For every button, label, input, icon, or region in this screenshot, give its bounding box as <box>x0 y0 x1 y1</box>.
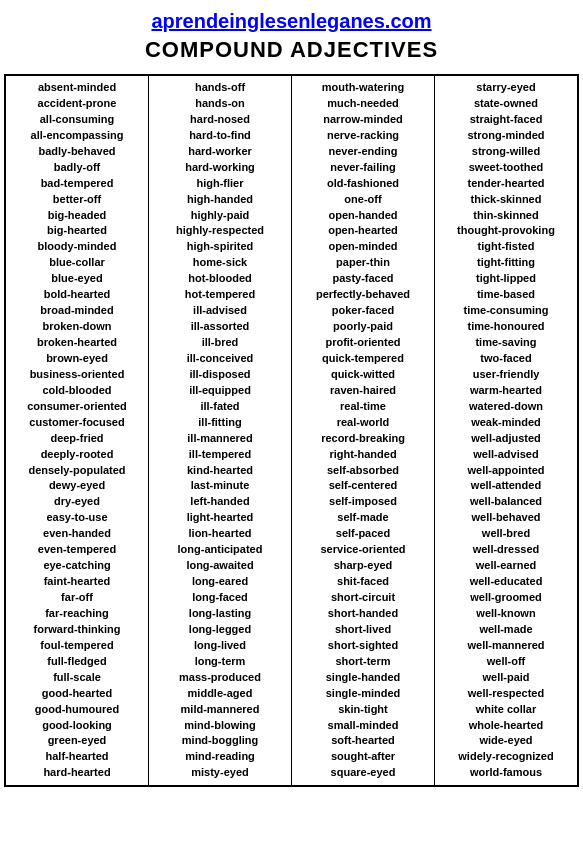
list-item: never-failing <box>294 160 432 176</box>
list-item: business-oriented <box>8 367 146 383</box>
list-item: absent-minded <box>8 80 146 96</box>
list-item: high-flier <box>151 176 289 192</box>
list-item: ill-tempered <box>151 447 289 463</box>
list-item: much-needed <box>294 96 432 112</box>
list-item: soft-hearted <box>294 733 432 749</box>
list-item: last-minute <box>151 478 289 494</box>
list-item: perfectly-behaved <box>294 287 432 303</box>
list-item: full-scale <box>8 670 146 686</box>
column-4: starry-eyedstate-ownedstraight-facedstro… <box>435 76 577 785</box>
list-item: good-looking <box>8 718 146 734</box>
list-item: raven-haired <box>294 383 432 399</box>
list-item: open-handed <box>294 208 432 224</box>
list-item: well-earned <box>437 558 575 574</box>
list-item: mouth-watering <box>294 80 432 96</box>
list-item: single-minded <box>294 686 432 702</box>
list-item: long-term <box>151 654 289 670</box>
list-item: strong-willed <box>437 144 575 160</box>
list-item: tender-hearted <box>437 176 575 192</box>
list-item: short-circuit <box>294 590 432 606</box>
column-1: absent-mindedaccident-proneall-consuming… <box>6 76 149 785</box>
list-item: two-faced <box>437 351 575 367</box>
list-item: user-friendly <box>437 367 575 383</box>
list-item: old-fashioned <box>294 176 432 192</box>
list-item: record-breaking <box>294 431 432 447</box>
list-item: faint-hearted <box>8 574 146 590</box>
list-item: well-off <box>437 654 575 670</box>
list-item: forward-thinking <box>8 622 146 638</box>
list-item: densely-populated <box>8 463 146 479</box>
list-item: one-off <box>294 192 432 208</box>
list-item: quick-tempered <box>294 351 432 367</box>
list-item: well-made <box>437 622 575 638</box>
list-item: short-term <box>294 654 432 670</box>
list-item: ill-conceived <box>151 351 289 367</box>
list-item: time-saving <box>437 335 575 351</box>
list-item: bold-hearted <box>8 287 146 303</box>
list-item: broken-down <box>8 319 146 335</box>
list-item: self-paced <box>294 526 432 542</box>
site-link[interactable]: aprendeinglesenleganes.com <box>151 10 431 32</box>
list-item: strong-minded <box>437 128 575 144</box>
list-item: well-advised <box>437 447 575 463</box>
list-item: watered-down <box>437 399 575 415</box>
list-item: even-handed <box>8 526 146 542</box>
list-item: well-behaved <box>437 510 575 526</box>
list-item: real-world <box>294 415 432 431</box>
list-item: mind-boggling <box>151 733 289 749</box>
list-item: white collar <box>437 702 575 718</box>
list-item: sweet-toothed <box>437 160 575 176</box>
columns-container: absent-mindedaccident-proneall-consuming… <box>6 76 577 785</box>
list-item: well-known <box>437 606 575 622</box>
list-item: brown-eyed <box>8 351 146 367</box>
list-item: better-off <box>8 192 146 208</box>
list-item: hot-tempered <box>151 287 289 303</box>
list-item: mild-mannered <box>151 702 289 718</box>
list-item: sharp-eyed <box>294 558 432 574</box>
list-item: hot-blooded <box>151 271 289 287</box>
list-item: straight-faced <box>437 112 575 128</box>
list-item: good-humoured <box>8 702 146 718</box>
list-item: ill-disposed <box>151 367 289 383</box>
list-item: half-hearted <box>8 749 146 765</box>
list-item: long-lived <box>151 638 289 654</box>
list-item: well-balanced <box>437 494 575 510</box>
list-item: poorly-paid <box>294 319 432 335</box>
list-item: light-hearted <box>151 510 289 526</box>
list-item: quick-witted <box>294 367 432 383</box>
list-item: foul-tempered <box>8 638 146 654</box>
list-item: full-fledged <box>8 654 146 670</box>
list-item: time-consuming <box>437 303 575 319</box>
list-item: consumer-oriented <box>8 399 146 415</box>
list-item: hard-nosed <box>151 112 289 128</box>
list-item: mind-blowing <box>151 718 289 734</box>
list-item: highly-respected <box>151 223 289 239</box>
list-item: well-attended <box>437 478 575 494</box>
list-item: well-dressed <box>437 542 575 558</box>
list-item: weak-minded <box>437 415 575 431</box>
list-item: short-handed <box>294 606 432 622</box>
list-item: blue-collar <box>8 255 146 271</box>
page-title: COMPOUND ADJECTIVES <box>5 37 578 63</box>
list-item: dry-eyed <box>8 494 146 510</box>
list-item: good-hearted <box>8 686 146 702</box>
list-item: state-owned <box>437 96 575 112</box>
list-item: self-made <box>294 510 432 526</box>
list-item: widely-recognized <box>437 749 575 765</box>
list-item: single-handed <box>294 670 432 686</box>
list-item: self-centered <box>294 478 432 494</box>
list-item: well-adjusted <box>437 431 575 447</box>
list-item: hard-worker <box>151 144 289 160</box>
list-item: mind-reading <box>151 749 289 765</box>
list-item: open-minded <box>294 239 432 255</box>
list-item: paper-thin <box>294 255 432 271</box>
list-item: long-faced <box>151 590 289 606</box>
column-2: hands-offhands-onhard-nosedhard-to-findh… <box>149 76 292 785</box>
list-item: broken-hearted <box>8 335 146 351</box>
list-item: deep-fried <box>8 431 146 447</box>
list-item: hands-off <box>151 80 289 96</box>
list-item: square-eyed <box>294 765 432 781</box>
list-item: right-handed <box>294 447 432 463</box>
list-item: service-oriented <box>294 542 432 558</box>
list-item: badly-behaved <box>8 144 146 160</box>
